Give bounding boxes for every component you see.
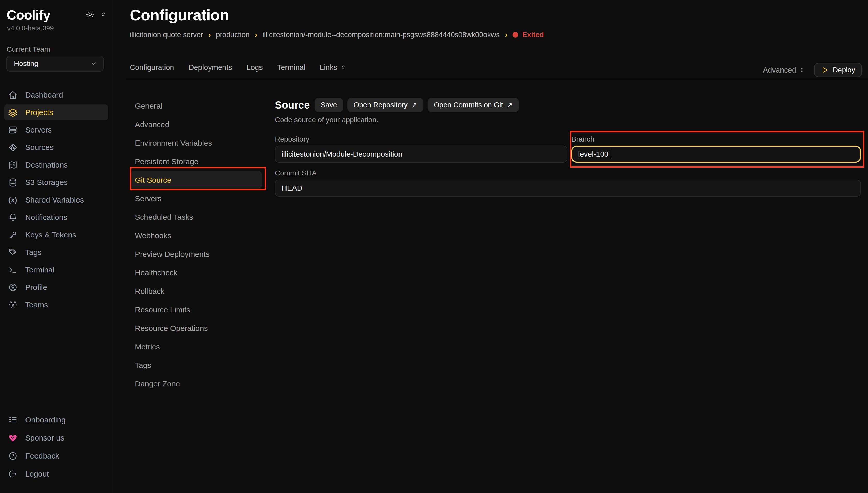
branch-input[interactable]: level-100 — [571, 146, 861, 163]
external-link-icon: ↗ — [411, 101, 417, 109]
sidebar-item-label: Onboarding — [25, 415, 66, 424]
tabs-divider — [126, 80, 868, 80]
open-repository-button[interactable]: Open Repository ↗ — [347, 98, 423, 112]
external-link-icon: ↗ — [507, 101, 512, 109]
repository-field: Repository illicitestonion/Module-Decomp… — [275, 135, 567, 163]
advanced-label: Advanced — [763, 66, 796, 74]
subnav-scheduled-tasks[interactable]: Scheduled Tasks — [131, 208, 261, 227]
theme-toggle-sun-icon[interactable] — [86, 10, 94, 19]
sidebar-item-label: S3 Storages — [25, 178, 68, 187]
subnav-environment-variables[interactable]: Environment Variables — [131, 134, 261, 152]
breadcrumb-project[interactable]: illicitonion quote server — [130, 30, 203, 39]
subnav-metrics[interactable]: Metrics — [131, 338, 261, 356]
source-form-grid: Repository illicitestonion/Module-Decomp… — [275, 135, 861, 197]
sidebar-item-label: Sponsor us — [25, 433, 64, 442]
branch-value: level-100 — [578, 150, 609, 158]
subnav-general[interactable]: General — [131, 97, 261, 115]
sidebar-item-dashboard[interactable]: Dashboard — [4, 87, 108, 103]
tab-terminal[interactable]: Terminal — [277, 63, 305, 72]
subnav-danger-zone[interactable]: Danger Zone — [131, 374, 261, 393]
subnav-webhooks[interactable]: Webhooks — [131, 227, 261, 245]
status-text: Exited — [522, 30, 544, 39]
sidebar-item-label: Shared Variables — [25, 196, 84, 204]
breadcrumb: illicitonion quote server › production ›… — [130, 30, 544, 39]
advanced-dropdown[interactable]: Advanced — [763, 66, 805, 74]
subnav-resource-operations[interactable]: Resource Operations — [131, 319, 261, 338]
sidebar-item-label: Projects — [25, 108, 53, 117]
users-group-icon — [8, 300, 18, 309]
sidebar-item-label: Profile — [25, 283, 47, 292]
team-select-value: Hosting — [14, 60, 38, 68]
key-icon — [8, 230, 18, 239]
status-badge: Exited — [512, 30, 544, 39]
sidebar-item-keys-tokens[interactable]: Keys & Tokens — [4, 227, 108, 243]
sidebar-item-logout[interactable]: Logout — [4, 466, 108, 482]
sidebar-item-feedback[interactable]: Feedback — [4, 448, 108, 464]
repository-value: illicitestonion/Module-Decomposition — [282, 150, 402, 158]
commit-sha-label: Commit SHA — [275, 169, 861, 177]
commit-sha-field: Commit SHA HEAD — [275, 169, 861, 197]
sidebar-item-s3-storages[interactable]: S3 Storages — [4, 174, 108, 190]
subnav-rollback[interactable]: Rollback — [131, 282, 261, 301]
sidebar-item-label: Sources — [25, 143, 54, 152]
subnav-servers[interactable]: Servers — [131, 189, 261, 208]
deploy-button[interactable]: Deploy — [814, 63, 862, 77]
tab-logs[interactable]: Logs — [247, 63, 263, 72]
subnav-persistent-storage[interactable]: Persistent Storage — [131, 152, 261, 171]
open-commits-button[interactable]: Open Commits on Git ↗ — [427, 98, 519, 112]
map-icon — [8, 160, 18, 170]
chevron-right-icon: › — [505, 30, 507, 39]
subnav-git-source[interactable]: Git Source — [131, 171, 261, 189]
subnav-advanced[interactable]: Advanced — [131, 115, 261, 134]
commit-sha-input[interactable]: HEAD — [275, 179, 861, 197]
sidebar-item-tags[interactable]: Tags — [4, 244, 108, 260]
sidebar-footer: Onboarding Sponsor us Feedback Logout — [0, 410, 113, 484]
sidebar-item-servers[interactable]: Servers — [4, 122, 108, 138]
chevron-down-icon — [90, 60, 97, 67]
subnav-tags[interactable]: Tags — [131, 356, 261, 374]
subnav-preview-deployments[interactable]: Preview Deployments — [131, 245, 261, 263]
tab-configuration[interactable]: Configuration — [130, 63, 174, 72]
selector-icon — [340, 64, 346, 70]
sidebar-item-label: Tags — [25, 248, 41, 257]
tab-deployments[interactable]: Deployments — [189, 63, 232, 72]
save-button[interactable]: Save — [315, 98, 343, 112]
sidebar-item-sponsor[interactable]: Sponsor us — [4, 430, 108, 446]
subnav-healthcheck[interactable]: Healthcheck — [131, 263, 261, 282]
subnav-resource-limits[interactable]: Resource Limits — [131, 301, 261, 319]
commit-sha-value: HEAD — [282, 184, 302, 192]
tab-links-label: Links — [320, 63, 337, 72]
sidebar-item-terminal[interactable]: Terminal — [4, 262, 108, 278]
home-icon — [8, 90, 18, 100]
source-header: Source Save Open Repository ↗ Open Commi… — [275, 98, 861, 112]
main-content: Configuration illicitonion quote server … — [113, 0, 868, 493]
logout-icon — [8, 469, 18, 478]
subnav-git-source-label: Git Source — [135, 176, 171, 185]
sidebar-item-label: Teams — [25, 301, 48, 309]
source-heading: Source — [275, 99, 310, 111]
breadcrumb-resource[interactable]: illicitestonion/-module--decomposition:m… — [262, 30, 500, 39]
tab-links[interactable]: Links — [320, 63, 346, 72]
team-select[interactable]: Hosting — [6, 56, 104, 71]
tab-bar: Configuration Deployments Logs Terminal … — [130, 60, 346, 74]
theme-selector-icon[interactable] — [100, 11, 107, 18]
sidebar-item-label: Dashboard — [25, 90, 63, 99]
sidebar-item-destinations[interactable]: Destinations — [4, 157, 108, 173]
sidebar-item-onboarding[interactable]: Onboarding — [4, 412, 108, 428]
branch-field: Branch level-100 — [571, 135, 861, 163]
repository-input[interactable]: illicitestonion/Module-Decomposition — [275, 146, 567, 163]
server-icon — [8, 125, 18, 134]
sidebar-item-shared-variables[interactable]: (x) Shared Variables — [4, 192, 108, 208]
text-caret — [610, 150, 610, 158]
sidebar-item-teams[interactable]: Teams — [4, 297, 108, 313]
bell-icon — [8, 213, 18, 222]
app-logo[interactable]: Coolify — [7, 7, 50, 23]
status-dot-icon — [512, 32, 518, 38]
sidebar-item-notifications[interactable]: Notifications — [4, 210, 108, 226]
sidebar-item-projects[interactable]: Projects — [4, 105, 108, 121]
branch-label: Branch — [571, 135, 861, 143]
breadcrumb-environment[interactable]: production — [216, 30, 250, 39]
sidebar-item-profile[interactable]: Profile — [4, 279, 108, 295]
sidebar-item-sources[interactable]: Sources — [4, 140, 108, 155]
help-circle-icon — [8, 451, 18, 460]
